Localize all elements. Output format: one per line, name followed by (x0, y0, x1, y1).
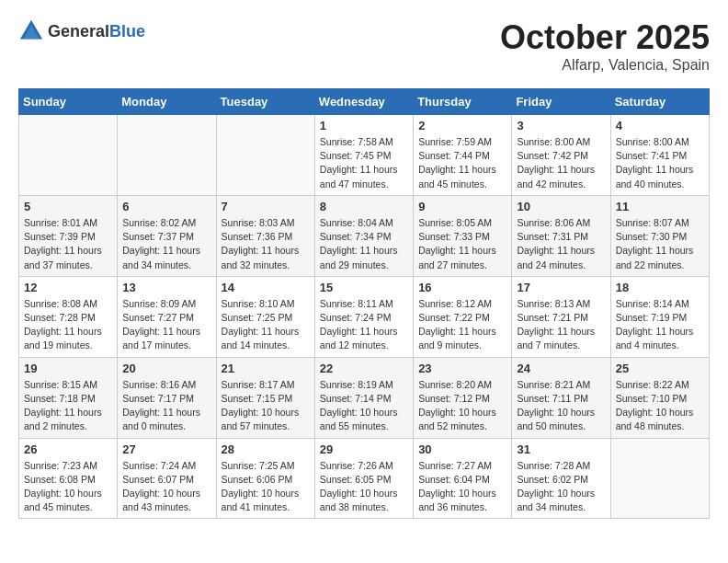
day-number: 24 (517, 362, 605, 375)
day-number: 27 (122, 442, 210, 456)
day-info: Sunrise: 7:27 AMSunset: 6:04 PMDaylight:… (418, 459, 506, 515)
weekday-header-sunday: Sunday (19, 89, 118, 115)
day-info: Sunrise: 7:58 AMSunset: 7:45 PMDaylight:… (320, 135, 408, 191)
day-number: 3 (517, 119, 605, 132)
calendar-cell: 2Sunrise: 7:59 AMSunset: 7:44 PMDaylight… (414, 115, 512, 196)
day-info: Sunrise: 8:00 AMSunset: 7:41 PMDaylight:… (616, 135, 704, 191)
day-info: Sunrise: 7:23 AMSunset: 6:08 PMDaylight:… (24, 459, 112, 515)
weekday-header-thursday: Thursday (414, 89, 512, 115)
day-number: 15 (320, 281, 408, 294)
day-number: 22 (320, 362, 408, 375)
day-number: 21 (222, 362, 310, 375)
title-area: October 2025 Alfarp, Valencia, Spain (500, 18, 710, 74)
day-number: 31 (517, 442, 605, 456)
day-info: Sunrise: 8:21 AMSunset: 7:11 PMDaylight:… (517, 378, 605, 434)
day-number: 29 (320, 442, 408, 456)
day-number: 1 (320, 119, 408, 132)
day-number: 4 (616, 119, 704, 132)
day-info: Sunrise: 7:25 AMSunset: 6:06 PMDaylight:… (222, 459, 310, 515)
calendar-cell: 3Sunrise: 8:00 AMSunset: 7:42 PMDaylight… (512, 115, 610, 196)
day-info: Sunrise: 8:20 AMSunset: 7:12 PMDaylight:… (418, 378, 506, 434)
week-row-5: 26Sunrise: 7:23 AMSunset: 6:08 PMDayligh… (19, 438, 710, 519)
calendar-cell (118, 115, 216, 196)
day-info: Sunrise: 7:26 AMSunset: 6:05 PMDaylight:… (320, 459, 408, 515)
calendar-cell: 1Sunrise: 7:58 AMSunset: 7:45 PMDaylight… (314, 115, 413, 196)
day-number: 13 (122, 281, 210, 294)
week-row-2: 5Sunrise: 8:01 AMSunset: 7:39 PMDaylight… (19, 195, 710, 276)
calendar-cell: 17Sunrise: 8:13 AMSunset: 7:21 PMDayligh… (512, 276, 610, 357)
day-number: 25 (616, 362, 704, 375)
day-info: Sunrise: 8:10 AMSunset: 7:25 PMDaylight:… (222, 297, 310, 353)
calendar-cell: 25Sunrise: 8:22 AMSunset: 7:10 PMDayligh… (610, 357, 709, 438)
calendar-cell: 4Sunrise: 8:00 AMSunset: 7:41 PMDaylight… (610, 115, 709, 196)
calendar-cell: 8Sunrise: 8:04 AMSunset: 7:34 PMDaylight… (314, 195, 413, 276)
day-number: 23 (418, 362, 506, 375)
day-number: 16 (418, 281, 506, 294)
day-info: Sunrise: 8:19 AMSunset: 7:14 PMDaylight:… (320, 378, 408, 434)
weekday-header-friday: Friday (512, 89, 610, 115)
day-number: 28 (222, 442, 310, 456)
calendar-cell: 26Sunrise: 7:23 AMSunset: 6:08 PMDayligh… (19, 438, 118, 519)
week-row-4: 19Sunrise: 8:15 AMSunset: 7:18 PMDayligh… (19, 357, 710, 438)
calendar-cell (610, 438, 709, 519)
calendar-cell: 21Sunrise: 8:17 AMSunset: 7:15 PMDayligh… (216, 357, 314, 438)
day-info: Sunrise: 8:05 AMSunset: 7:33 PMDaylight:… (418, 216, 506, 272)
day-info: Sunrise: 8:04 AMSunset: 7:34 PMDaylight:… (320, 216, 408, 272)
day-info: Sunrise: 8:07 AMSunset: 7:30 PMDaylight:… (616, 216, 704, 272)
calendar-cell: 27Sunrise: 7:24 AMSunset: 6:07 PMDayligh… (118, 438, 216, 519)
day-info: Sunrise: 8:06 AMSunset: 7:31 PMDaylight:… (517, 216, 605, 272)
calendar-cell: 9Sunrise: 8:05 AMSunset: 7:33 PMDaylight… (414, 195, 512, 276)
calendar-cell: 28Sunrise: 7:25 AMSunset: 6:06 PMDayligh… (216, 438, 314, 519)
day-info: Sunrise: 8:11 AMSunset: 7:24 PMDaylight:… (320, 297, 408, 353)
day-number: 14 (222, 281, 310, 294)
calendar-cell: 12Sunrise: 8:08 AMSunset: 7:28 PMDayligh… (19, 276, 118, 357)
day-info: Sunrise: 7:59 AMSunset: 7:44 PMDaylight:… (418, 135, 506, 191)
calendar-cell: 29Sunrise: 7:26 AMSunset: 6:05 PMDayligh… (314, 438, 413, 519)
day-number: 12 (24, 281, 112, 294)
calendar-cell: 13Sunrise: 8:09 AMSunset: 7:27 PMDayligh… (118, 276, 216, 357)
day-number: 7 (222, 200, 310, 213)
day-number: 10 (517, 200, 605, 213)
calendar-cell (19, 115, 118, 196)
day-info: Sunrise: 8:09 AMSunset: 7:27 PMDaylight:… (122, 297, 210, 353)
day-number: 18 (616, 281, 704, 294)
day-info: Sunrise: 8:22 AMSunset: 7:10 PMDaylight:… (616, 378, 704, 434)
title-month: October 2025 (500, 18, 710, 57)
week-row-3: 12Sunrise: 8:08 AMSunset: 7:28 PMDayligh… (19, 276, 710, 357)
day-number: 5 (24, 200, 112, 213)
day-info: Sunrise: 8:15 AMSunset: 7:18 PMDaylight:… (24, 378, 112, 434)
calendar-cell (216, 115, 314, 196)
day-number: 2 (418, 119, 506, 132)
calendar-cell: 22Sunrise: 8:19 AMSunset: 7:14 PMDayligh… (314, 357, 413, 438)
day-info: Sunrise: 7:28 AMSunset: 6:02 PMDaylight:… (517, 459, 605, 515)
calendar-cell: 5Sunrise: 8:01 AMSunset: 7:39 PMDaylight… (19, 195, 118, 276)
day-number: 17 (517, 281, 605, 294)
day-number: 9 (418, 200, 506, 213)
day-info: Sunrise: 8:00 AMSunset: 7:42 PMDaylight:… (517, 135, 605, 191)
logo-text-blue: Blue (109, 22, 145, 40)
day-info: Sunrise: 7:24 AMSunset: 6:07 PMDaylight:… (122, 459, 210, 515)
calendar-cell: 10Sunrise: 8:06 AMSunset: 7:31 PMDayligh… (512, 195, 610, 276)
day-number: 6 (122, 200, 210, 213)
weekday-header-row: SundayMondayTuesdayWednesdayThursdayFrid… (19, 89, 710, 115)
day-number: 20 (122, 362, 210, 375)
logo-text-general: General (48, 22, 109, 40)
weekday-header-saturday: Saturday (610, 89, 709, 115)
calendar-cell: 19Sunrise: 8:15 AMSunset: 7:18 PMDayligh… (19, 357, 118, 438)
calendar-cell: 24Sunrise: 8:21 AMSunset: 7:11 PMDayligh… (512, 357, 610, 438)
calendar-cell: 23Sunrise: 8:20 AMSunset: 7:12 PMDayligh… (414, 357, 512, 438)
calendar-cell: 7Sunrise: 8:03 AMSunset: 7:36 PMDaylight… (216, 195, 314, 276)
logo-icon (18, 18, 44, 44)
day-number: 11 (616, 200, 704, 213)
day-info: Sunrise: 8:13 AMSunset: 7:21 PMDaylight:… (517, 297, 605, 353)
header: GeneralBlue October 2025 Alfarp, Valenci… (18, 18, 710, 74)
day-number: 8 (320, 200, 408, 213)
day-number: 26 (24, 442, 112, 456)
day-info: Sunrise: 8:08 AMSunset: 7:28 PMDaylight:… (24, 297, 112, 353)
day-info: Sunrise: 8:12 AMSunset: 7:22 PMDaylight:… (418, 297, 506, 353)
calendar-cell: 31Sunrise: 7:28 AMSunset: 6:02 PMDayligh… (512, 438, 610, 519)
calendar-cell: 20Sunrise: 8:16 AMSunset: 7:17 PMDayligh… (118, 357, 216, 438)
day-info: Sunrise: 8:14 AMSunset: 7:19 PMDaylight:… (616, 297, 704, 353)
calendar-cell: 16Sunrise: 8:12 AMSunset: 7:22 PMDayligh… (414, 276, 512, 357)
day-number: 30 (418, 442, 506, 456)
